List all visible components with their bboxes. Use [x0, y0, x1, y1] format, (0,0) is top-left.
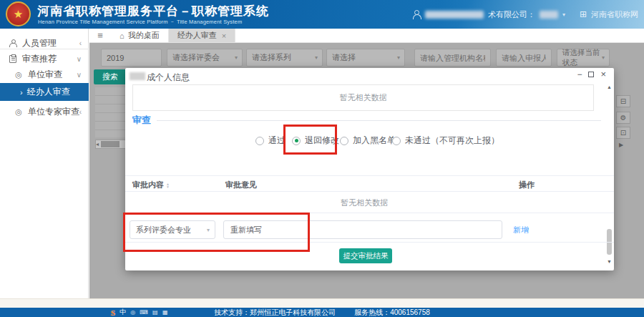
redacted-user-name — [425, 11, 484, 19]
review-section-divider: 审查 — [132, 115, 601, 125]
home-icon: ⌂ — [119, 31, 125, 40]
user-dropdown-caret-icon[interactable]: ▾ — [562, 11, 565, 18]
table-border — [125, 191, 614, 192]
sidebar-divider — [0, 49, 89, 49]
select-placeholder: 请选择 — [332, 52, 356, 63]
applicant-name-input[interactable] — [496, 49, 552, 67]
background-table-sliver — [95, 87, 127, 137]
target-icon: ◎ — [14, 107, 23, 117]
bottom-strip — [0, 298, 644, 308]
annotation-box-form — [123, 213, 310, 252]
column-header-action: 操作 — [519, 180, 535, 190]
radio-circle — [255, 137, 264, 145]
year-input[interactable] — [101, 49, 162, 67]
empty-data-panel: 暂无相关数据 — [132, 84, 594, 111]
user-icon — [412, 10, 421, 19]
org-name-input[interactable] — [414, 49, 491, 67]
close-icon[interactable]: × — [600, 71, 606, 78]
column-header-content[interactable]: 审批内容 ▲▼ — [132, 180, 170, 190]
person-icon — [9, 39, 17, 47]
scroll-up-icon[interactable]: ▲ — [607, 84, 612, 89]
top-header: ★ 河南省职称管理服务平台－职称管理系统 Henan Province Titl… — [0, 0, 644, 29]
select-placeholder: 请选择系列 — [252, 52, 291, 63]
sidebar-item-label: 人员管理 — [22, 37, 57, 49]
expand-icon[interactable]: ⊡ — [616, 127, 630, 139]
user-bar: 术有限公司： ▾ ⊞ 河南省职称网 — [412, 0, 638, 29]
app-window: ★ 河南省职称管理服务平台－职称管理系统 Henan Province Titl… — [0, 0, 644, 317]
radio-label: 加入黑名单 — [353, 135, 396, 147]
radio-pass[interactable]: 通过 — [255, 135, 286, 147]
emblem-star-icon: ★ — [14, 9, 23, 19]
tab-agent-review[interactable]: 经办人审查 × — [169, 29, 235, 42]
sidebar-item-label: 经办人审查 — [27, 86, 70, 98]
sidebar-item-review-recommend[interactable]: 审查推荐 ∨ — [0, 50, 89, 67]
national-emblem-logo: ★ — [6, 1, 31, 26]
redacted-modal-title-prefix — [130, 72, 145, 80]
sidebar-item-unit-expert-review[interactable]: ◎ 单位专家审查 ‹ — [0, 103, 89, 120]
search-button[interactable]: 搜索 — [94, 69, 127, 84]
divider-line — [157, 120, 601, 121]
tab-close-icon[interactable]: × — [222, 31, 226, 40]
caret-down-icon: ▾ — [315, 54, 318, 61]
scrollbar-thumb[interactable] — [101, 141, 119, 147]
submit-review-button[interactable]: 提交审批结果 — [339, 248, 392, 263]
sidebar-item-agent-review-active[interactable]: › 经办人审查 — [0, 83, 89, 101]
portal-link[interactable]: 河南省职称网 — [591, 9, 638, 20]
chevron-down-icon: ∨ — [77, 71, 82, 79]
chevron-left-icon: ‹ — [79, 108, 82, 116]
input-method-toolbar[interactable]: S 中 ◎ ⌨ ▤ ▦ — [111, 308, 169, 317]
table-empty-text: 暂无相关数据 — [125, 197, 603, 208]
menu-icon[interactable]: ≡ — [89, 29, 111, 42]
select-placeholder: 请选择当前状态 — [562, 48, 604, 68]
target-icon: ◎ — [14, 70, 23, 79]
platform-title: 河南省职称管理服务平台－职称管理系统 — [37, 3, 269, 19]
scroll-down-icon[interactable]: ▼ — [607, 259, 612, 264]
sidebar-item-unit-review[interactable]: ◎ 单位审查 ∨ — [0, 66, 89, 83]
chevron-down-icon: ∨ — [77, 55, 82, 63]
tech-support-text: 技术支持：郑州恒正电子科技有限公司 — [214, 308, 336, 317]
status-select[interactable]: 请选择当前状态 ▾ — [557, 49, 610, 67]
hotline-text: 服务热线：4006156758 — [354, 308, 430, 317]
series-select[interactable]: 请选择系列 ▾ — [246, 49, 323, 67]
clipboard-icon — [9, 55, 17, 63]
tab-my-desktop[interactable]: ⌂ 我的桌面 — [111, 29, 169, 42]
generic-select[interactable]: 请选择 ▾ — [326, 49, 405, 67]
chevron-left-icon: ‹ — [79, 39, 82, 47]
platform-subtitle-en: Henan Province Title Management Service … — [38, 19, 242, 26]
caret-down-icon: ▾ — [235, 54, 238, 61]
modal-scrollbar: ▲ ▼ — [606, 84, 613, 265]
annotation-box-radio — [283, 125, 337, 155]
radio-label: 未通过（不可再次上报） — [405, 135, 499, 147]
modal-window-controls: − × — [577, 71, 606, 78]
column-header-label: 审批意见 — [225, 180, 257, 190]
sort-icon[interactable]: ▲▼ — [166, 182, 170, 188]
next-arrow-icon[interactable]: ▶ — [619, 142, 623, 148]
committee-select[interactable]: 请选择评委会 ▾ — [167, 49, 243, 67]
gear-icon[interactable]: ⚙ — [616, 112, 630, 124]
review-section-label: 审查 — [132, 114, 151, 127]
user-org-suffix: 术有限公司： — [488, 9, 535, 20]
empty-data-text: 暂无相关数据 — [340, 92, 387, 103]
column-header-label: 操作 — [519, 180, 535, 190]
horizontal-scrollbar[interactable]: ◂ — [95, 140, 128, 149]
ime-mode-icon[interactable]: 中 — [119, 308, 126, 317]
tab-bar: ≡ ⌂ 我的桌面 经办人审查 × — [89, 29, 644, 43]
redacted-org-name — [540, 11, 558, 19]
print-icon[interactable]: ⊟ — [616, 95, 630, 107]
maximize-icon[interactable] — [588, 72, 594, 77]
radio-fail[interactable]: 未通过（不可再次上报） — [392, 135, 499, 147]
add-link[interactable]: 新增 — [513, 225, 529, 235]
ime-logo-icon[interactable]: S — [111, 308, 115, 317]
scroll-left-icon[interactable]: ◂ — [96, 141, 99, 147]
column-header-opinion: 审批意见 — [225, 180, 257, 190]
column-header-label: 审批内容 — [132, 180, 164, 190]
caret-down-icon: ▾ — [397, 54, 400, 61]
footer-bar: S 中 ◎ ⌨ ▤ ▦ 技术支持：郑州恒正电子科技有限公司 服务热线：40061… — [0, 308, 644, 317]
minimize-icon[interactable]: − — [577, 71, 582, 78]
review-modal: 成个人信息 − × 暂无相关数据 ▲ ▼ 审查 通过 退回修改 加入黑 — [125, 68, 614, 270]
portal-grid-icon: ⊞ — [580, 9, 587, 19]
radio-blacklist[interactable]: 加入黑名单 — [340, 135, 396, 147]
ime-tool-icons[interactable]: ◎ ⌨ ▤ ▦ — [130, 309, 169, 316]
select-placeholder: 请选择评委会 — [172, 52, 220, 63]
sidebar-item-label: 审查推荐 — [22, 53, 57, 65]
